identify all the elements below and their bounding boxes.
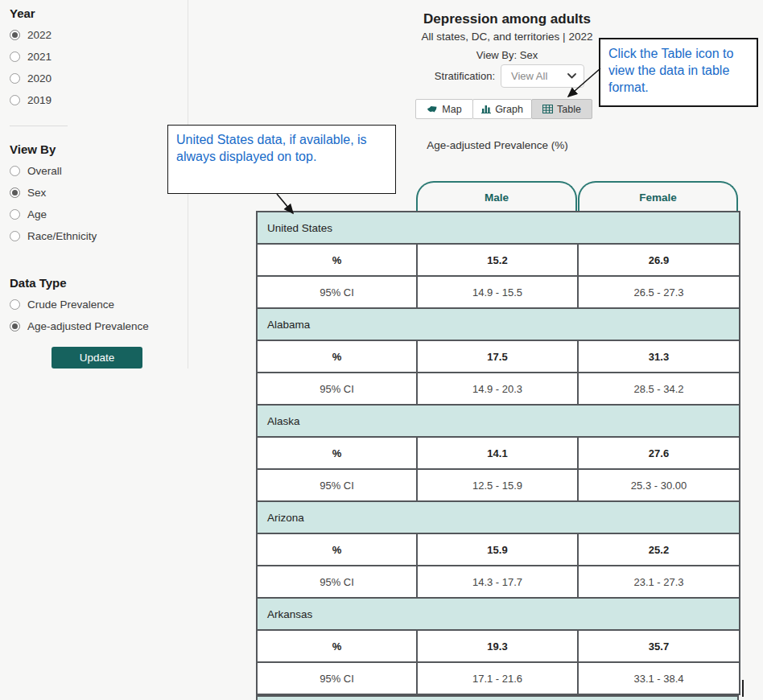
viewby-option-label: Race/Ethnicity xyxy=(27,230,97,242)
table-icon-callout: Click the Table icon to view the data in… xyxy=(599,38,758,107)
page-title: Depression among adults xyxy=(266,11,749,27)
radio-icon xyxy=(10,73,20,84)
percent-row-label: % xyxy=(257,340,417,373)
female-ci: 23.1 - 27.3 xyxy=(578,566,740,598)
map-button-label: Map xyxy=(442,104,461,115)
state-name: Alaska xyxy=(257,405,740,437)
viewby-option-label: Age xyxy=(27,208,47,220)
female-percent: 25.2 xyxy=(578,533,740,566)
ci-row-label: 95% CI xyxy=(257,276,417,308)
table-row: Arkansas xyxy=(257,598,740,630)
male-percent: 19.3 xyxy=(417,630,578,662)
datatype-radio-crude[interactable]: Crude Prevalence xyxy=(10,299,188,311)
table-row: United States xyxy=(257,212,740,244)
year-radio-2021[interactable]: 2021 xyxy=(10,51,188,63)
ci-row-label: 95% CI xyxy=(257,662,417,694)
table-button-label: Table xyxy=(557,104,581,115)
update-button[interactable]: Update xyxy=(52,347,142,369)
percent-row-label: % xyxy=(257,533,417,566)
state-name: Arizona xyxy=(257,501,740,533)
map-icon xyxy=(427,105,438,113)
year-radio-2019[interactable]: 2019 xyxy=(10,94,188,106)
female-ci: 33.1 - 38.4 xyxy=(578,662,740,694)
viewby-section-heading: View By xyxy=(10,142,188,156)
male-column-header: Male xyxy=(416,181,577,212)
radio-icon xyxy=(10,231,20,241)
viewby-radio-sex[interactable]: Sex xyxy=(10,187,188,199)
male-percent: 15.2 xyxy=(417,244,578,276)
table-row: %14.127.6 xyxy=(257,437,740,469)
table-view-button[interactable]: Table xyxy=(531,99,592,119)
table-row: Alabama xyxy=(257,308,740,340)
year-section-heading: Year xyxy=(10,6,188,20)
state-name: United States xyxy=(257,212,740,244)
male-ci: 14.9 - 20.3 xyxy=(417,373,578,405)
table-row: %15.925.2 xyxy=(257,533,740,566)
year-option-label: 2022 xyxy=(27,29,52,41)
datatype-radio-age-adjusted[interactable]: Age-adjusted Prevalence xyxy=(10,320,188,332)
table-icon xyxy=(542,105,553,113)
male-ci: 14.9 - 15.5 xyxy=(417,276,578,308)
table-row: Alaska xyxy=(257,405,740,437)
year-option-label: 2021 xyxy=(27,51,52,63)
table-row: %17.531.3 xyxy=(257,340,740,373)
stratification-label: Stratification: xyxy=(354,70,495,82)
table-row: 95% CI14.9 - 20.328.5 - 34.2 xyxy=(257,373,740,405)
female-percent: 35.7 xyxy=(578,630,740,662)
male-ci: 14.3 - 17.7 xyxy=(417,566,578,598)
year-radio-2022[interactable]: 2022 xyxy=(10,29,188,41)
radio-icon xyxy=(10,321,20,331)
year-option-label: 2019 xyxy=(27,94,52,106)
female-percent: 27.6 xyxy=(578,437,740,469)
table-row: %19.335.7 xyxy=(257,630,740,662)
radio-icon xyxy=(10,51,20,62)
female-percent: 26.9 xyxy=(578,244,740,276)
female-ci: 26.5 - 27.3 xyxy=(578,276,740,308)
stratification-dropdown[interactable]: View All xyxy=(501,64,584,88)
map-view-button[interactable]: Map xyxy=(415,99,473,119)
ci-row-label: 95% CI xyxy=(257,566,417,598)
year-radio-2020[interactable]: 2020 xyxy=(10,72,188,84)
bar-graph-icon xyxy=(481,105,491,113)
view-toggle-group: Map Graph Table xyxy=(415,99,592,119)
table-row: 95% CI14.9 - 15.526.5 - 27.3 xyxy=(257,276,740,308)
ci-row-label: 95% CI xyxy=(257,469,417,501)
radio-icon xyxy=(10,166,20,176)
radio-icon xyxy=(10,209,20,220)
state-name: Arkansas xyxy=(257,598,740,630)
female-ci: 28.5 - 34.2 xyxy=(578,373,740,405)
table-row: 95% CI12.5 - 15.925.3 - 30.00 xyxy=(257,469,740,501)
male-percent: 15.9 xyxy=(417,533,578,566)
female-column-header: Female xyxy=(578,181,738,212)
filters-sidebar: Year 2022 2021 2020 2019 View By Overall… xyxy=(0,0,188,700)
male-percent: 14.1 xyxy=(417,437,578,469)
viewby-radio-race-ethnicity[interactable]: Race/Ethnicity xyxy=(10,230,188,242)
datatype-option-label: Age-adjusted Prevalence xyxy=(27,320,149,332)
prevalence-table: United States %15.226.9 95% CI14.9 - 15.… xyxy=(256,211,740,695)
male-ci: 12.5 - 15.9 xyxy=(417,469,578,501)
table-row: Arizona xyxy=(257,501,740,533)
table-row: 95% CI14.3 - 17.723.1 - 27.3 xyxy=(257,566,740,598)
graph-view-button[interactable]: Graph xyxy=(472,99,532,119)
radio-icon xyxy=(10,30,20,40)
next-state-row-partial xyxy=(256,695,739,700)
viewby-option-label: Overall xyxy=(27,165,62,177)
radio-icon xyxy=(10,187,20,198)
percent-row-label: % xyxy=(257,437,417,469)
table-row: %15.226.9 xyxy=(257,244,740,276)
sidebar-divider xyxy=(10,126,68,126)
stray-cursor-line xyxy=(742,680,744,697)
radio-icon xyxy=(10,95,20,105)
datatype-option-label: Crude Prevalence xyxy=(27,299,114,311)
stratification-value: View All xyxy=(511,70,547,82)
male-percent: 17.5 xyxy=(417,340,578,373)
radio-icon xyxy=(10,299,20,310)
male-ci: 17.1 - 21.6 xyxy=(417,662,578,694)
female-percent: 31.3 xyxy=(578,340,740,373)
graph-button-label: Graph xyxy=(495,104,523,115)
viewby-radio-overall[interactable]: Overall xyxy=(10,165,188,177)
ci-row-label: 95% CI xyxy=(257,373,417,405)
viewby-radio-age[interactable]: Age xyxy=(10,208,188,220)
year-option-label: 2020 xyxy=(27,72,52,84)
viewby-option-label: Sex xyxy=(27,187,46,199)
